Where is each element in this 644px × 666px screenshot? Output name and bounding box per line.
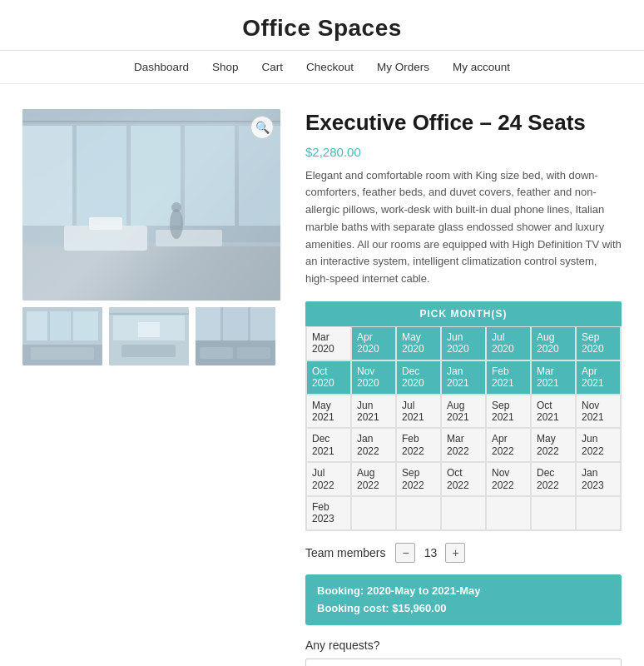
thumbnail-row xyxy=(22,307,280,365)
svg-rect-27 xyxy=(196,307,220,340)
calendar-cell-Apr-2021[interactable]: Apr2021 xyxy=(576,360,621,395)
calendar-cell-Nov-2021[interactable]: Nov2021 xyxy=(576,395,621,429)
svg-point-12 xyxy=(171,202,181,212)
calendar-cell-Feb-2021[interactable]: Feb2021 xyxy=(486,360,531,395)
svg-rect-28 xyxy=(223,307,248,340)
calendar-row: Jul2022Aug2022Sep2022Oct2022Nov2022Dec20… xyxy=(306,462,621,496)
calendar-cell-Jul-2022[interactable]: Jul2022 xyxy=(306,462,351,496)
calendar-cell-Nov-2022[interactable]: Nov2022 xyxy=(486,462,531,496)
calendar-cell-Aug-2022[interactable]: Aug2022 xyxy=(351,462,396,496)
stepper-minus[interactable]: − xyxy=(395,543,415,563)
calendar-cell-empty xyxy=(531,496,576,530)
calendar-cell-Jan-2023[interactable]: Jan2023 xyxy=(576,462,621,496)
svg-rect-30 xyxy=(200,347,233,359)
calendar-cell-Aug-2020[interactable]: Aug2020 xyxy=(531,326,576,360)
product-image-svg xyxy=(22,109,280,301)
calendar-cell-Jun-2022[interactable]: Jun2022 xyxy=(576,428,621,462)
calendar-cell-Nov-2020[interactable]: Nov2020 xyxy=(351,360,396,395)
calendar-cell-Jul-2021[interactable]: Jul2021 xyxy=(396,395,441,429)
calendar-cell-May-2020[interactable]: May2020 xyxy=(396,326,441,360)
product-info: Executive Office – 24 Seats $2,280.00 El… xyxy=(305,109,622,666)
calendar-cell-Oct-2020[interactable]: Oct2020 xyxy=(306,360,351,395)
nav-item-dashboard[interactable]: Dashboard xyxy=(134,61,189,73)
site-title: Office Spaces xyxy=(0,15,644,42)
svg-rect-31 xyxy=(237,347,270,359)
stepper: − 13 + xyxy=(395,543,465,563)
calendar-cell-Dec-2021[interactable]: Dec2021 xyxy=(306,428,351,462)
calendar-cell-Jun-2020[interactable]: Jun2020 xyxy=(441,326,486,360)
calendar-cell-May-2021[interactable]: May2021 xyxy=(306,395,351,429)
booking-range-line: Booking: 2020-May to 2021-May xyxy=(317,583,610,600)
nav-item-checkout[interactable]: Checkout xyxy=(306,61,354,73)
main-product-image: 🔍 xyxy=(22,109,280,301)
calendar-cell-Feb-2023[interactable]: Feb2023 xyxy=(306,496,351,530)
calendar-cell-empty xyxy=(351,496,396,530)
booking-range: 2020-May to 2021-May xyxy=(367,584,481,597)
product-description: Elegant and comfortable room with King s… xyxy=(305,167,622,289)
product-price: $2,280.00 xyxy=(305,145,622,159)
calendar-cell-Sep-2022[interactable]: Sep2022 xyxy=(396,462,441,496)
calendar-cell-Mar-2020[interactable]: Mar2020 xyxy=(306,326,351,360)
requests-label: Any requests? xyxy=(305,639,622,652)
calendar-grid: Mar2020Apr2020May2020Jun2020Jul2020Aug20… xyxy=(305,326,622,531)
calendar-cell-Jan-2021[interactable]: Jan2021 xyxy=(441,360,486,395)
nav-item-shop[interactable]: Shop xyxy=(212,61,239,73)
calendar-section: PICK MONTH(S) Mar2020Apr2020May2020Jun20… xyxy=(305,301,622,531)
nav-item-my-orders[interactable]: My Orders xyxy=(377,61,429,73)
calendar-cell-Sep-2021[interactable]: Sep2021 xyxy=(486,395,531,429)
calendar-cell-Oct-2022[interactable]: Oct2022 xyxy=(441,462,486,496)
calendar-cell-Dec-2022[interactable]: Dec2022 xyxy=(531,462,576,496)
svg-point-11 xyxy=(170,209,183,239)
main-content: 🔍 xyxy=(6,109,638,666)
calendar-cell-Apr-2020[interactable]: Apr2020 xyxy=(351,326,396,360)
svg-rect-24 xyxy=(138,322,160,337)
calendar-cell-Dec-2020[interactable]: Dec2020 xyxy=(396,360,441,395)
calendar-cell-May-2022[interactable]: May2022 xyxy=(531,428,576,462)
svg-rect-9 xyxy=(156,230,222,246)
booking-summary: Booking: 2020-May to 2021-May Booking co… xyxy=(305,574,622,626)
thumbnail-1[interactable] xyxy=(22,307,102,365)
calendar-row: Mar2020Apr2020May2020Jun2020Jul2020Aug20… xyxy=(306,326,621,360)
calendar-cell-empty xyxy=(396,496,441,530)
svg-rect-0 xyxy=(22,242,280,301)
calendar-cell-Mar-2021[interactable]: Mar2021 xyxy=(531,360,576,395)
svg-rect-2 xyxy=(22,126,72,226)
booking-cost-line: Booking cost: $15,960.00 xyxy=(317,600,610,618)
product-title: Executive Office – 24 Seats xyxy=(305,109,622,137)
svg-rect-18 xyxy=(31,347,94,360)
team-members-row: Team members − 13 + xyxy=(305,543,622,563)
product-images: 🔍 xyxy=(22,109,280,666)
calendar-cell-empty xyxy=(441,496,486,530)
nav-item-my-account[interactable]: My account xyxy=(453,61,510,73)
calendar-cell-empty xyxy=(486,496,531,530)
svg-rect-6 xyxy=(239,126,280,226)
calendar-cell-Feb-2022[interactable]: Feb2022 xyxy=(396,428,441,462)
calendar-cell-Mar-2022[interactable]: Mar2022 xyxy=(441,428,486,462)
calendar-header: PICK MONTH(S) xyxy=(305,301,622,326)
svg-rect-16 xyxy=(50,311,71,340)
calendar-cell-Sep-2020[interactable]: Sep2020 xyxy=(576,326,621,360)
nav-item-cart[interactable]: Cart xyxy=(261,61,283,73)
calendar-row: May2021Jun2021Jul2021Aug2021Sep2021Oct20… xyxy=(306,395,621,429)
zoom-icon[interactable]: 🔍 xyxy=(250,116,274,139)
calendar-row: Dec2021Jan2022Feb2022Mar2022Apr2022May20… xyxy=(306,428,621,462)
calendar-cell-Apr-2022[interactable]: Apr2022 xyxy=(486,428,531,462)
calendar-cell-Aug-2021[interactable]: Aug2021 xyxy=(441,395,486,429)
stepper-plus[interactable]: + xyxy=(445,543,465,563)
svg-rect-10 xyxy=(89,217,122,230)
requests-section: Any requests? xyxy=(305,639,622,666)
calendar-cell-Jun-2021[interactable]: Jun2021 xyxy=(351,395,396,429)
team-label: Team members xyxy=(305,546,385,559)
calendar-row: Feb2023 xyxy=(306,496,621,530)
requests-textarea[interactable] xyxy=(305,659,622,666)
calendar-row: Oct2020Nov2020Dec2020Jan2021Feb2021Mar20… xyxy=(306,360,621,395)
svg-rect-17 xyxy=(73,311,98,340)
calendar-cell-Jul-2020[interactable]: Jul2020 xyxy=(486,326,531,360)
thumbnail-2[interactable] xyxy=(109,307,189,365)
svg-rect-23 xyxy=(121,345,176,357)
calendar-cell-Oct-2021[interactable]: Oct2021 xyxy=(531,395,576,429)
team-count: 13 xyxy=(420,546,440,559)
calendar-cell-Jan-2022[interactable]: Jan2022 xyxy=(351,428,396,462)
booking-cost-label: Booking cost: xyxy=(317,602,389,614)
thumbnail-3[interactable] xyxy=(196,307,275,365)
